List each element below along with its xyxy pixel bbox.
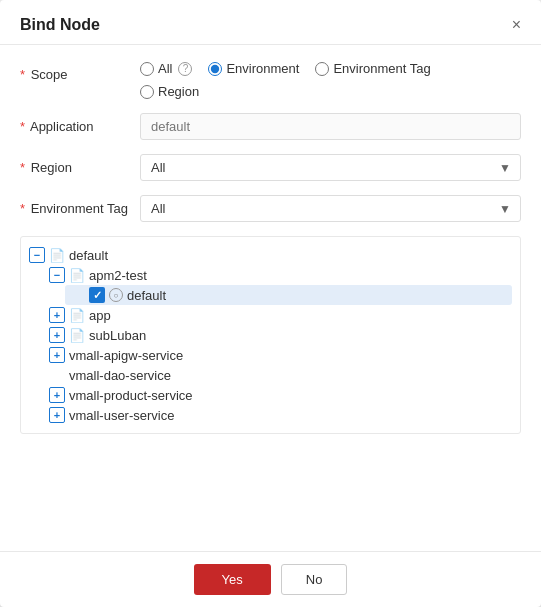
scope-region-option[interactable]: Region: [140, 84, 521, 99]
yes-button[interactable]: Yes: [194, 564, 271, 595]
scope-region-radio[interactable]: [140, 85, 154, 99]
help-icon[interactable]: ?: [178, 62, 192, 76]
no-button[interactable]: No: [281, 564, 348, 595]
application-row: * Application: [20, 113, 521, 140]
toggle-vmall-product[interactable]: +: [49, 387, 65, 403]
scope-environment-tag-option[interactable]: Environment Tag: [315, 61, 430, 76]
default-child-group: ○ default: [49, 285, 512, 305]
bind-node-dialog: Bind Node × * Scope All ? Environment: [0, 0, 541, 607]
required-star-app: *: [20, 119, 25, 134]
scope-environment-radio[interactable]: [208, 62, 222, 76]
vmall-dao-group: vmall-dao-service: [29, 365, 512, 385]
tree-node-subluban[interactable]: + 📄 subLuban: [49, 325, 512, 345]
toggle-placeholder-dao: [49, 367, 65, 383]
env-tag-select-wrapper: All ▼: [140, 195, 521, 222]
tree-label-vmall-apigw: vmall-apigw-service: [69, 348, 183, 363]
region-control: All ▼: [140, 154, 521, 181]
vmall-apigw-group: + vmall-apigw-service: [29, 345, 512, 365]
scope-label: * Scope: [20, 61, 140, 82]
app-group: + 📄 app: [29, 305, 512, 325]
environment-tag-row: * Environment Tag All ▼: [20, 195, 521, 222]
application-input[interactable]: [140, 113, 521, 140]
folder-icon-subluban: 📄: [69, 328, 85, 343]
scope-all-label: All: [158, 61, 172, 76]
environment-tag-select[interactable]: All: [140, 195, 521, 222]
tree-node-default-child[interactable]: ○ default: [65, 285, 512, 305]
application-control: [140, 113, 521, 140]
scope-all-radio[interactable]: [140, 62, 154, 76]
scope-environment-tag-radio[interactable]: [315, 62, 329, 76]
region-select[interactable]: All: [140, 154, 521, 181]
toggle-app[interactable]: +: [49, 307, 65, 323]
toggle-default[interactable]: −: [29, 247, 45, 263]
dialog-header: Bind Node ×: [0, 0, 541, 45]
dialog-title: Bind Node: [20, 16, 100, 34]
environment-tag-label: * Environment Tag: [20, 195, 140, 216]
tree-label-apm2-test: apm2-test: [89, 268, 147, 283]
folder-icon-app: 📄: [69, 308, 85, 323]
node-circle-default: ○: [109, 288, 123, 302]
required-star-env: *: [20, 201, 25, 216]
required-star: *: [20, 67, 25, 82]
tree-section: − 📄 default − 📄 apm2-test ○ defau: [20, 236, 521, 434]
tree-label-subluban: subLuban: [89, 328, 146, 343]
checkbox-default-child[interactable]: [89, 287, 105, 303]
region-select-wrapper: All ▼: [140, 154, 521, 181]
tree-node-apm2-test[interactable]: − 📄 apm2-test: [49, 265, 512, 285]
tree-node-app[interactable]: + 📄 app: [49, 305, 512, 325]
tree-node-vmall-apigw[interactable]: + vmall-apigw-service: [49, 345, 512, 365]
scope-region-label: Region: [158, 84, 199, 99]
tree-label-vmall-dao: vmall-dao-service: [69, 368, 171, 383]
tree-node-vmall-dao[interactable]: vmall-dao-service: [49, 365, 512, 385]
scope-control: All ? Environment Environment Tag Region: [140, 61, 521, 99]
toggle-vmall-apigw[interactable]: +: [49, 347, 65, 363]
region-label: * Region: [20, 154, 140, 175]
tree-label-vmall-user: vmall-user-service: [69, 408, 174, 423]
dialog-body: * Scope All ? Environment E: [0, 45, 541, 551]
scope-row: * Scope All ? Environment E: [20, 61, 521, 99]
toggle-placeholder-child: [69, 287, 85, 303]
scope-all-option[interactable]: All ?: [140, 61, 192, 76]
toggle-apm2-test[interactable]: −: [49, 267, 65, 283]
close-button[interactable]: ×: [512, 17, 521, 33]
required-star-region: *: [20, 160, 25, 175]
tree-node-vmall-user[interactable]: + vmall-user-service: [49, 405, 512, 425]
application-label: * Application: [20, 113, 140, 134]
apm2-test-group: − 📄 apm2-test ○ default: [29, 265, 512, 305]
tree-label-app: app: [89, 308, 111, 323]
vmall-user-group: + vmall-user-service: [29, 405, 512, 425]
tree-label-default-child: default: [127, 288, 166, 303]
dialog-footer: Yes No: [0, 551, 541, 607]
folder-icon-apm2-test: 📄: [69, 268, 85, 283]
toggle-vmall-user[interactable]: +: [49, 407, 65, 423]
scope-environment-tag-label: Environment Tag: [333, 61, 430, 76]
toggle-subluban[interactable]: +: [49, 327, 65, 343]
tree-node-vmall-product[interactable]: + vmall-product-service: [49, 385, 512, 405]
scope-environment-label: Environment: [226, 61, 299, 76]
tree-label-default: default: [69, 248, 108, 263]
tree-node-default[interactable]: − 📄 default: [29, 245, 512, 265]
folder-icon-default: 📄: [49, 248, 65, 263]
scope-radio-group: All ? Environment Environment Tag Region: [140, 61, 521, 99]
scope-environment-option[interactable]: Environment: [208, 61, 299, 76]
subluban-group: + 📄 subLuban: [29, 325, 512, 345]
vmall-product-group: + vmall-product-service: [29, 385, 512, 405]
region-row: * Region All ▼: [20, 154, 521, 181]
tree-label-vmall-product: vmall-product-service: [69, 388, 193, 403]
environment-tag-control: All ▼: [140, 195, 521, 222]
